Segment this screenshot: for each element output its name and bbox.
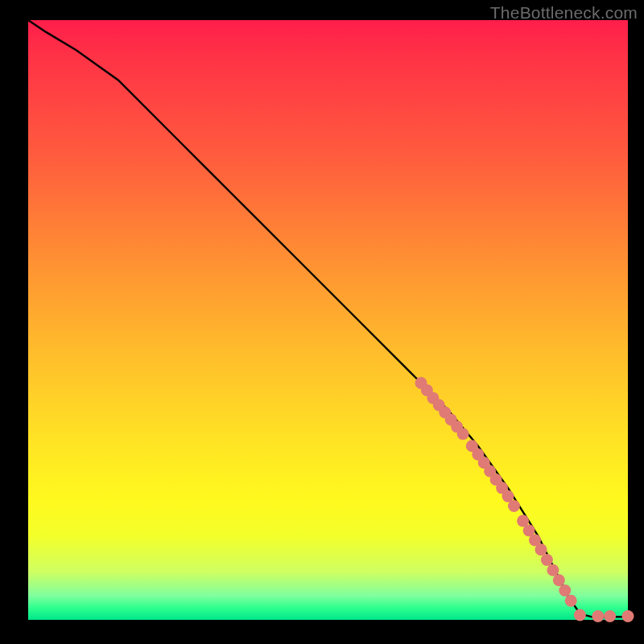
data-marker: [547, 564, 559, 576]
data-marker: [508, 500, 520, 512]
data-marker: [559, 584, 571, 597]
data-marker: [565, 595, 577, 607]
chart-svg: [28, 20, 628, 620]
data-marker: [592, 610, 604, 622]
data-marker: [535, 543, 547, 555]
data-marker: [574, 609, 586, 621]
curve-line: [28, 20, 628, 617]
plot-area: [28, 20, 628, 620]
data-marker: [457, 428, 469, 440]
data-marker: [553, 574, 565, 586]
data-marker: [604, 610, 616, 622]
data-marker: [622, 610, 634, 622]
curve-markers: [415, 377, 634, 622]
watermark-text: TheBottleneck.com: [490, 3, 638, 23]
chart-container: TheBottleneck.com: [0, 0, 644, 644]
data-marker: [541, 554, 553, 566]
